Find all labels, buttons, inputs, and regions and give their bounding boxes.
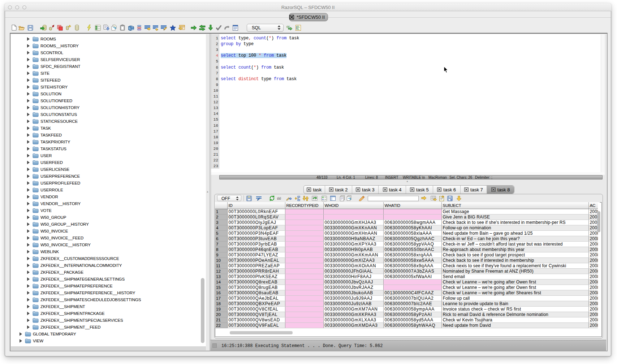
svg-text:66: 66 [277,196,281,200]
